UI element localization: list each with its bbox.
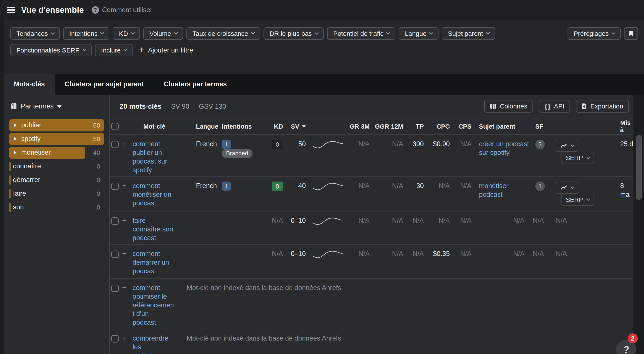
how-to-use-link[interactable]: ? Comment utiliser	[92, 6, 152, 14]
keyword-link[interactable]: comment monétiser un podcast	[132, 182, 174, 208]
term-item-spotify[interactable]: spotify50	[4, 133, 109, 145]
chart-dropdown-button[interactable]	[556, 140, 578, 152]
scrollbar-thumb[interactable]	[636, 135, 642, 200]
terms-mode-select[interactable]: Par termes	[11, 102, 62, 110]
term-item-monetiser[interactable]: monétiser40	[4, 147, 109, 159]
content-toolbar: Par termes 20 mots-clés SV 90 GSV 130 Co…	[0, 95, 644, 118]
filter-intentions[interactable]: Intentions	[63, 27, 109, 40]
updated-cell: 25 d	[614, 135, 634, 176]
chevron-down-icon	[586, 197, 590, 201]
serp-dropdown-button[interactable]: SERP	[561, 194, 594, 206]
filter-volume[interactable]: Volume	[143, 27, 183, 40]
keyword-link[interactable]: comprendre les statistiques	[132, 334, 174, 354]
updated-value: 25 d	[620, 140, 633, 148]
trend-chart-icon	[561, 185, 567, 190]
sv-value: 0–10	[291, 250, 306, 257]
column-header-updated: Mis à	[614, 118, 634, 134]
add-to-list-button[interactable]: +	[122, 212, 132, 244]
add-to-list-button[interactable]: +	[122, 279, 132, 329]
presets-button[interactable]: Préréglages	[568, 27, 620, 40]
parent-topic-link[interactable]: monétiser podcast	[479, 182, 530, 199]
chevron-down-icon	[430, 31, 433, 35]
tab-label: Clusters par sujet parent	[65, 80, 144, 88]
cpc-cell-value: $0.90	[433, 140, 450, 148]
add-filter-button[interactable]: +Ajouter un filtre	[139, 46, 193, 55]
sf-cell: 1	[531, 177, 550, 211]
table-actions: Colonnes {} API Exportation	[478, 100, 629, 113]
add-filter-label: Ajouter un filtre	[148, 46, 193, 54]
term-item-demarrer[interactable]: démarrer0	[4, 174, 109, 186]
scrollbar-track[interactable]	[634, 95, 644, 354]
intent-badge-i: I	[222, 182, 231, 191]
filter-kd[interactable]: KD	[113, 27, 140, 40]
tab-clusters-par-termes[interactable]: Clusters par termes	[154, 74, 237, 95]
keyword-link[interactable]: comment démarrer un podcast	[132, 249, 174, 275]
keywords-table: Mot-cléLangueIntentionsKDSVGR 3MGGR 12MT…	[110, 118, 634, 354]
ggr12m-cell: N/A	[373, 245, 406, 278]
row-checkbox[interactable]	[111, 217, 119, 225]
sv-value: 50	[298, 140, 306, 148]
hamburger-menu-icon[interactable]	[7, 7, 15, 13]
filter-sujet-parent[interactable]: Sujet parent	[442, 27, 495, 40]
tp-cell: 300	[406, 135, 427, 176]
tab-mots-cles[interactable]: Mots-clés	[4, 74, 55, 95]
add-to-list-button[interactable]: +	[122, 177, 132, 211]
cps-cell: N/A	[453, 245, 475, 278]
row-checkbox[interactable]	[111, 251, 119, 258]
term-label: spotify	[14, 135, 41, 143]
column-header-sv[interactable]: SV	[288, 118, 311, 134]
chevron-down-icon	[131, 31, 135, 35]
chevron-down-icon	[386, 31, 390, 35]
keyword-link[interactable]: comment publier un podcast sur spotify	[132, 140, 174, 174]
api-button[interactable]: {} API	[539, 100, 570, 113]
notification-badge[interactable]: 2	[628, 333, 638, 343]
tab-strip: Mots-clésClusters par sujet parentCluste…	[0, 74, 644, 95]
add-to-list-button[interactable]: +	[122, 135, 132, 176]
gr3m-cell: N/A	[347, 135, 373, 176]
gr3m-cell-value: N/A	[358, 250, 370, 257]
help-circle-icon: ?	[92, 6, 99, 14]
term-item-connaitre[interactable]: connaître0	[4, 160, 109, 172]
sv-cell: 50	[288, 135, 311, 176]
export-label: Exportation	[590, 103, 623, 110]
columns-button[interactable]: Colonnes	[484, 100, 533, 113]
filter-tendances[interactable]: Tendances	[10, 27, 60, 40]
filter-fonctionnalites-serp[interactable]: Fonctionnalités SERP	[10, 44, 92, 56]
chart-dropdown-button[interactable]	[556, 182, 578, 194]
filter-dr-le-plus-bas[interactable]: DR le plus bas	[264, 27, 324, 40]
filter-section: TendancesIntentionsKDVolumeTaux de crois…	[0, 20, 644, 74]
row-checkbox[interactable]	[111, 285, 119, 292]
keyword-cell: comprendre les statistiques	[132, 329, 187, 354]
term-label: connaître	[13, 162, 41, 170]
keyword-link[interactable]: faire connaître son podcast	[132, 216, 174, 242]
export-button[interactable]: Exportation	[576, 100, 629, 113]
keyword-link[interactable]: comment optimiser le référencement d'un …	[132, 283, 174, 327]
column-header-intents: Intentions	[213, 118, 264, 134]
filter-langue[interactable]: Langue	[399, 27, 438, 40]
term-item-faire[interactable]: faire0	[4, 188, 109, 200]
filter-potentiel-de-trafic[interactable]: Potentiel de trafic	[327, 27, 396, 40]
gsv-total: GSV 130	[199, 103, 226, 110]
term-item-publier[interactable]: publier50	[4, 119, 109, 131]
actions-cell: SERP	[550, 135, 614, 176]
term-count: 40	[93, 149, 100, 156]
row-checkbox[interactable]	[111, 183, 119, 190]
row-checkbox[interactable]	[111, 141, 119, 148]
filter-taux-de-croissance[interactable]: Taux de croissance	[186, 27, 260, 40]
row-checkbox[interactable]	[111, 335, 119, 342]
top-bar: Vue d'ensemble ? Comment utiliser	[0, 0, 644, 20]
sf-value: N/A	[533, 250, 544, 257]
plus-icon: +	[139, 45, 145, 55]
serp-dropdown-button[interactable]: SERP	[561, 152, 594, 164]
sf-cell: N/A	[531, 212, 550, 244]
select-all-checkbox[interactable]	[111, 123, 119, 130]
lang-cell: French	[187, 177, 213, 211]
filter-inclure[interactable]: Inclure	[95, 44, 132, 56]
bookmark-button[interactable]	[624, 27, 638, 40]
add-to-list-button[interactable]: +	[122, 245, 132, 278]
ggr12m-cell-value: N/A	[392, 250, 403, 257]
term-item-son[interactable]: son0	[4, 201, 109, 214]
tab-clusters-par-sujet-parent[interactable]: Clusters par sujet parent	[55, 74, 154, 95]
parent-topic-link[interactable]: créer un podcast sur spotify	[479, 140, 530, 157]
add-to-list-button[interactable]: +	[122, 329, 132, 354]
